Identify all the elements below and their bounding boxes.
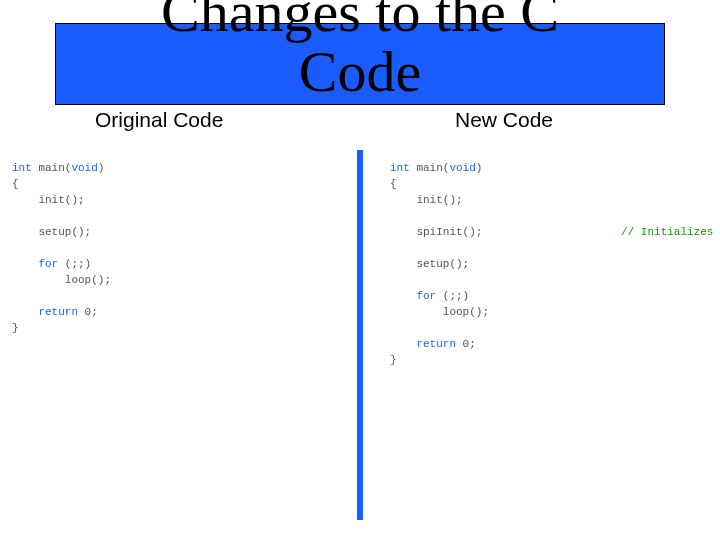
- original-code-block: int main(void) { init(); setup(); for (;…: [12, 160, 111, 336]
- comment-init-spi: // Initializes spi: [621, 226, 720, 238]
- column-heading-new: New Code: [455, 108, 553, 132]
- vertical-divider: [357, 150, 363, 520]
- kw-return-r: return: [416, 338, 456, 350]
- kw-int: int: [12, 162, 32, 174]
- kw-void-r: void: [449, 162, 475, 174]
- kw-for-r: for: [416, 290, 436, 302]
- kw-for: for: [38, 258, 58, 270]
- kw-int-r: int: [390, 162, 410, 174]
- title-background-bar: [55, 23, 665, 105]
- kw-void: void: [71, 162, 97, 174]
- kw-return: return: [38, 306, 78, 318]
- column-heading-original: Original Code: [95, 108, 223, 132]
- new-code-block: int main(void) { init(); spiInit(); // I…: [390, 160, 720, 368]
